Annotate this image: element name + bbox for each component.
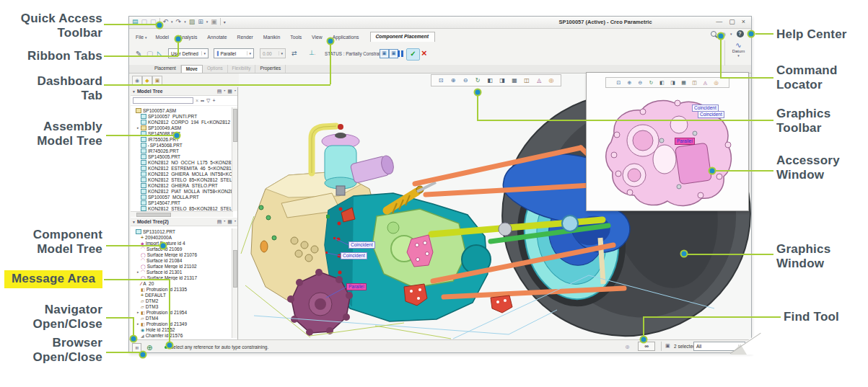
placement-status-icon[interactable]: ⊥. <box>309 49 316 56</box>
datum-ribbon-group[interactable]: ∿ Datum ▾ <box>724 40 752 66</box>
tree-item[interactable]: Surface Merge id 21102 <box>131 263 233 269</box>
repaint-icon[interactable] <box>646 79 657 87</box>
lilac-cylinder-part[interactable] <box>350 154 395 183</box>
accept-button[interactable]: ✓ <box>406 48 420 61</box>
ribbon-tab[interactable]: Annotate <box>203 33 232 42</box>
filter-icon[interactable]: ▽ <box>206 98 210 104</box>
close-icon[interactable]: × <box>742 18 745 25</box>
expand-all-icon[interactable]: + <box>212 98 215 103</box>
tree-item[interactable]: Protrusion id 21335 <box>131 286 233 292</box>
tree-item[interactable]: SP145047.PRT <box>131 200 233 205</box>
tree-item[interactable]: ▸ Protrusion id 21954 <box>131 309 233 315</box>
selection-buffer-icon[interactable]: ▣ <box>665 343 670 349</box>
close-window-icon[interactable]: ▣ <box>211 18 217 25</box>
datum-display-icon[interactable] <box>689 79 700 87</box>
redo-icon[interactable]: ↷ <box>176 18 182 25</box>
constraint-type-dropdown[interactable]: ∥ Parallel ▾ <box>214 48 254 58</box>
tree-item[interactable]: Surface Merge id 21076 <box>131 252 233 257</box>
minimize-icon[interactable]: — <box>716 18 722 25</box>
ribbon-tab[interactable]: Render <box>233 33 259 42</box>
tree-item[interactable]: DEFAULT <box>131 292 233 298</box>
tree-item[interactable]: KON2812_NO_OCCH_L175_5<KON2812_C <box>131 159 233 165</box>
redo-caret-icon[interactable]: ▾ <box>184 19 186 24</box>
ribbon-tab[interactable]: File ▾ <box>131 33 151 42</box>
tree-item[interactable]: KON2812_STELO_85<KON2812_STELO<P <box>131 177 233 182</box>
tree-item[interactable]: Surface id 21084 <box>131 257 233 263</box>
tree2-vertical-scrollbar[interactable] <box>232 228 237 338</box>
caret-icon[interactable]: ▾ <box>725 53 752 58</box>
caret-icon[interactable]: ▾ <box>234 219 236 225</box>
annotation-display-icon[interactable] <box>533 76 545 85</box>
collapse-icon[interactable]: ▼ <box>132 220 136 224</box>
u-joint-part[interactable] <box>499 223 512 236</box>
windows-caret-icon[interactable]: ▾ <box>206 19 209 24</box>
cancel-button[interactable]: × <box>421 48 427 58</box>
repaint-icon[interactable] <box>472 76 483 85</box>
caret-icon[interactable]: ▾ <box>224 219 225 225</box>
constraint-tag[interactable]: Coincident <box>698 111 724 118</box>
datum-curve-icon[interactable]: ∿ <box>725 41 752 49</box>
undo-icon[interactable]: ↶ <box>163 18 169 25</box>
windows-icon[interactable]: ⊞ <box>198 18 203 25</box>
tree-item[interactable]: KON2812_ESTREMITA_46_5<KON2812_ES <box>131 165 233 171</box>
browser-toggle-icon[interactable]: ⊕ <box>146 344 152 352</box>
caret-icon[interactable]: ▾ <box>247 51 251 55</box>
tree-item[interactable]: SP145068.PRT <box>131 142 233 148</box>
caret-icon[interactable]: ▾ <box>234 89 236 94</box>
command-locator-search-icon[interactable] <box>711 31 716 37</box>
cv-joint-part[interactable] <box>562 215 578 231</box>
tree-item[interactable]: SP100057_MOLLA.PRT <box>131 194 233 200</box>
clear-search-icon[interactable]: × <box>196 98 198 103</box>
collapse-icon[interactable]: ▼ <box>132 89 136 94</box>
zoom-region-icon[interactable] <box>613 79 624 87</box>
tree-item[interactable]: ▸ Surface id 21301 <box>131 269 233 275</box>
tree-item[interactable]: IR755026.PRT <box>131 136 233 142</box>
accessory-window[interactable]: Coincident Coincident Parallel <box>586 72 749 211</box>
zoom-out-icon[interactable] <box>460 76 471 85</box>
tree-item[interactable]: KON2812_GHIERA_STELO.PRT <box>131 182 233 188</box>
ribbon-tab[interactable]: Tools <box>286 33 307 42</box>
tree-item[interactable]: A_20 <box>131 280 233 286</box>
tree-item[interactable]: 209402000A <box>131 234 233 240</box>
utility-caret-icon[interactable]: ▾ <box>730 32 732 36</box>
model-tree-header[interactable]: ▼ Model Tree ▤▾▦▾ <box>131 87 237 96</box>
datum-display-icon[interactable] <box>521 76 532 85</box>
tree-item[interactable]: DTM3 <box>131 303 233 309</box>
offset-value-field[interactable]: 0.00 ▾ <box>260 48 286 58</box>
dashboard-tab[interactable]: Flexibility <box>228 65 256 73</box>
display-style-icon[interactable] <box>657 79 667 87</box>
tree-item[interactable]: KON2812_CORPO_194_FL<KON2812_COR <box>131 119 233 125</box>
view-manager-icon[interactable] <box>678 79 689 87</box>
tree-item[interactable]: KON2812_GHIERA_MOLLA_INT58<KON281 <box>131 171 233 177</box>
constraint-tag[interactable]: Coincident <box>348 241 375 249</box>
help-center-icon[interactable]: ? <box>737 30 744 37</box>
tree-item[interactable]: IR745026.PRT <box>131 148 233 154</box>
dashboard-tab[interactable]: Move <box>181 65 203 73</box>
annotation-display-icon[interactable] <box>700 79 711 87</box>
ribbon-tab[interactable]: Model <box>151 33 175 42</box>
dashboard-tab[interactable]: Options <box>203 65 228 73</box>
zoom-region-icon[interactable] <box>435 76 447 85</box>
zoom-in-icon[interactable] <box>624 79 635 87</box>
saved-orientations-icon[interactable] <box>667 79 678 87</box>
tree-item[interactable]: DTM4 <box>131 315 233 321</box>
tree-item[interactable]: Surface id 21069 <box>131 246 233 252</box>
tree-item[interactable]: KON2812_STELO_85<KON2812_STELO> P <box>131 205 233 211</box>
ribbon-tab[interactable]: Component Placement <box>370 32 435 42</box>
model-tree-search-input[interactable] <box>133 97 193 104</box>
display-style-icon[interactable] <box>484 76 496 85</box>
flip-constraint-icon[interactable]: ⇄ <box>291 50 297 57</box>
find-icon[interactable]: ∞ <box>201 98 204 103</box>
tree-settings-icon[interactable]: ▤ <box>217 219 222 225</box>
caret-icon[interactable]: ▾ <box>201 51 206 55</box>
tree-show-icon[interactable]: ▦ <box>227 219 232 225</box>
constraint-tag[interactable]: Parallel <box>346 283 367 290</box>
accessory-part-model[interactable] <box>592 90 744 210</box>
ribbon-tab[interactable]: Manikin <box>259 33 286 42</box>
tree-item[interactable]: SP100057_PUNTI.PRT <box>131 113 233 119</box>
tree-settings-icon[interactable]: ▤ <box>217 89 222 94</box>
dashboard-tab[interactable]: Properties <box>255 65 286 73</box>
spin-center-icon[interactable] <box>711 79 722 87</box>
tree-item[interactable]: Hole id 21552 <box>131 326 233 332</box>
restore-icon[interactable]: ▢ <box>729 18 735 25</box>
